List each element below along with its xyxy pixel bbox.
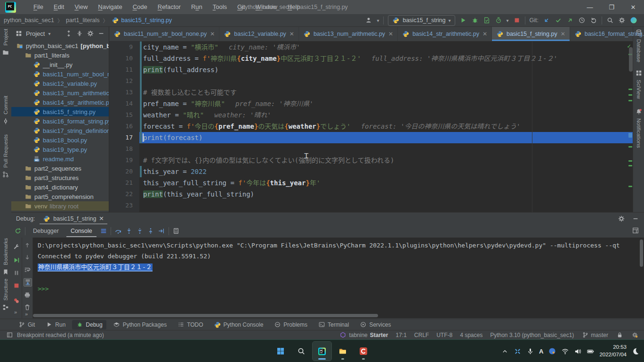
scroll-to-end-icon[interactable] [24, 278, 32, 287]
run-configuration-select[interactable]: basic15_f_string▾ [388, 15, 455, 26]
step-into-icon[interactable] [125, 227, 133, 235]
tabnine-ball-icon[interactable] [630, 16, 637, 24]
readonly-lock-icon[interactable] [616, 331, 623, 339]
hide-panel-icon[interactable] [97, 30, 105, 37]
debug-settings-gear-icon[interactable] [618, 215, 625, 222]
toolwindow-button-python-packages[interactable]: Python Packages [109, 320, 170, 329]
tree-item-basic15_f_string_py[interactable]: basic15_f_string.py [11, 107, 109, 116]
tree-item-part3_structures[interactable]: part3_structures [11, 173, 109, 182]
menu-run[interactable]: Run [186, 0, 208, 14]
toolwindow-button-debug[interactable]: Debug [72, 320, 106, 329]
tree-item-part1_literals[interactable]: part1_literals [11, 50, 109, 60]
console-menu-icon[interactable] [100, 227, 107, 235]
stripe-sciview[interactable]: SciView [633, 69, 644, 99]
print-console-icon[interactable] [24, 291, 31, 299]
tool-window-toggle-icon[interactable] [6, 331, 13, 339]
file-encoding[interactable]: UTF-8 [436, 332, 452, 338]
git-update-button[interactable] [543, 16, 550, 24]
taskbar-camtasia-icon[interactable] [354, 342, 373, 361]
debug-tab-console[interactable]: Console [66, 225, 97, 237]
debug-tab-debugger[interactable]: Debugger [29, 225, 63, 237]
debug-button[interactable] [471, 16, 479, 24]
tab-basic11_num_str_bool_none.py[interactable]: basic11_num_str_bool_none.py✕ [109, 27, 219, 41]
rollback-button[interactable] [590, 16, 597, 24]
layout-icon[interactable] [632, 227, 639, 234]
tab-basic15_f_string.py[interactable]: basic15_f_string.py✕ [492, 27, 570, 41]
tree-item-basic18_bool_py[interactable]: basic18_bool.py [11, 135, 109, 145]
tray-app-icon[interactable] [548, 347, 556, 355]
tree-item-basic14_str_arithmetic_py[interactable]: basic14_str_arithmetic.py [11, 98, 109, 107]
tree-item-basic13_num_arithmetic_py[interactable]: basic13_num_arithmetic.py [11, 88, 109, 98]
pause-program-icon[interactable] [13, 269, 20, 277]
microphone-icon[interactable] [526, 347, 534, 355]
stop-process-icon[interactable] [13, 282, 20, 289]
restore-layout-icon[interactable] [632, 227, 644, 235]
user-chevron-icon[interactable]: ▾ [377, 18, 379, 23]
stripe-bookmarks[interactable]: Bookmarks [0, 238, 11, 276]
history-button[interactable] [578, 16, 586, 24]
menu-edit[interactable]: Edit [48, 0, 69, 14]
wifi-icon[interactable] [561, 347, 569, 355]
line-ending[interactable]: CRLF [414, 332, 429, 338]
toolwindow-button-todo[interactable]: TODO [173, 320, 207, 329]
more-actions-icon[interactable]: » [25, 311, 28, 317]
editor-scrollbar-thumb[interactable] [629, 47, 633, 72]
close-icon[interactable]: ✕ [622, 0, 644, 14]
debug-settings-wrench-icon[interactable] [13, 243, 20, 251]
toolwindow-button-run[interactable]: Run [41, 320, 69, 329]
restore-icon[interactable]: ❐ [601, 0, 622, 14]
project-settings-icon[interactable] [87, 30, 94, 37]
stripe-project[interactable]: Project [0, 29, 11, 56]
more-actions-icon[interactable]: » [14, 309, 17, 315]
caret-position[interactable]: 17:1 [395, 332, 406, 338]
scroll-up-icon[interactable] [24, 241, 31, 249]
taskbar-pycharm-icon[interactable]: PC [313, 342, 331, 361]
code-editor[interactable]: 9city_name = "横浜市"city_name: '横浜市'10full… [109, 41, 633, 212]
rerun-debug-icon[interactable] [14, 227, 22, 235]
ime-mode-icon[interactable]: A [539, 348, 543, 355]
tab-basic12_variable.py[interactable]: basic12_variable.py✕ [219, 27, 299, 41]
taskbar-file-explorer-icon[interactable] [333, 342, 352, 361]
inspections-ok-icon[interactable]: ✓ [627, 42, 631, 49]
breadcrumb-item[interactable]: part1_literals [66, 17, 100, 24]
soft-wrap-icon[interactable] [24, 266, 31, 273]
profiler-button[interactable] [495, 16, 502, 24]
debug-console-output[interactable]: D:\projects\python_basic_sec1\venv\Scrip… [33, 238, 644, 321]
tab-basic14_str_arithmetic.py[interactable]: basic14_str_arithmetic.py✕ [398, 27, 492, 41]
close-icon[interactable]: ✕ [210, 31, 215, 37]
close-icon[interactable]: ✕ [561, 31, 565, 37]
breadcrumb-item[interactable]: python_basic_sec1 [4, 17, 54, 24]
collapse-all-icon[interactable] [76, 30, 83, 37]
toolwindow-button-services[interactable]: Services [355, 320, 394, 329]
console-horizontal-scrollbar[interactable] [33, 314, 638, 317]
run-with-coverage-button[interactable] [483, 16, 491, 24]
toolwindow-button-python-console[interactable]: Python Console [210, 320, 267, 329]
menu-file[interactable]: File [28, 0, 48, 14]
python-interpreter[interactable]: Python 3.10 (python_basic_sec1) [490, 332, 574, 338]
stripe-structure[interactable]: Structure [0, 279, 11, 311]
tabnine-status[interactable]: tabnineStarter [339, 331, 388, 339]
stop-button[interactable] [513, 16, 521, 24]
git-commit-button[interactable] [555, 16, 562, 24]
menu-tools[interactable]: Tools [208, 0, 232, 14]
run-button[interactable] [459, 16, 467, 24]
close-icon[interactable]: ✕ [290, 31, 294, 37]
force-step-into-icon[interactable] [136, 227, 144, 235]
clear-console-icon[interactable] [24, 304, 31, 311]
git-push-button[interactable] [566, 16, 574, 24]
chevron-down-icon[interactable]: ▾ [48, 31, 50, 36]
git-branch-status[interactable]: master [581, 331, 608, 339]
minimize-icon[interactable]: — [579, 0, 601, 14]
menu-refactor[interactable]: Refactor [153, 0, 186, 14]
scroll-down-icon[interactable] [24, 254, 31, 261]
resume-program-icon[interactable] [13, 256, 20, 264]
battery-icon[interactable] [587, 347, 594, 355]
run-to-cursor-icon[interactable] [158, 227, 165, 235]
taskbar-clock[interactable]: 20:532022/07/04 [599, 344, 627, 358]
toolwindow-button-problems[interactable]: Problems [270, 320, 311, 329]
stripe-pull-requests[interactable]: Pull Requests [0, 134, 11, 178]
night-light-icon[interactable] [632, 347, 639, 355]
view-breakpoints-icon[interactable] [13, 297, 20, 304]
tree-item-__init___py[interactable]: __init__.py [11, 60, 109, 69]
tab-basic16_format_string.py[interactable]: basic16_format_string.py✕ [570, 27, 644, 41]
